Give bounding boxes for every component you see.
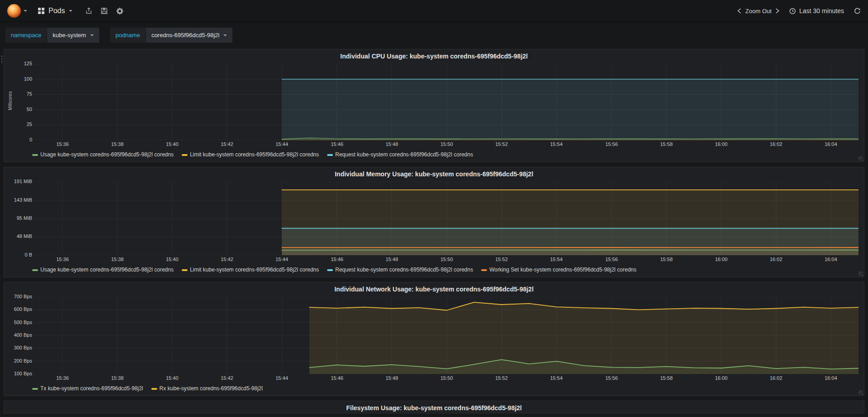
x-tick-label: 15:52 [488,375,515,381]
legend-series-label: Tx kube-system coredns-695f96dcd5-98j2l [40,385,143,392]
caret-down-icon [223,34,227,36]
panel-title[interactable]: Individual Memory Usage: kube-system cor… [4,167,864,179]
x-tick-label: 15:46 [323,141,351,147]
template-variables-row: namespace kube-system podname coredns-69… [0,22,868,47]
x-tick-label: 15:42 [213,257,241,262]
legend-series-swatch [32,154,38,156]
x-tick-label: 16:04 [817,141,844,147]
legend-series-label: Limit kube-system coredns-695f96dcd5-98j… [190,267,319,273]
legend-item[interactable]: Limit kube-system coredns-695f96dcd5-98j… [182,267,319,273]
x-tick-label: 15:36 [49,257,76,262]
x-tick-label: 16:04 [817,375,844,381]
time-shift-forward-icon[interactable] [773,8,782,14]
legend-item[interactable]: Limit kube-system coredns-695f96dcd5-98j… [182,151,319,158]
variable-podname-dropdown[interactable]: coredns-695f96dcd5-98j2l [146,28,232,43]
cpu-chart-legend: Usage kube-system coredns-695f96dcd5-98j… [4,150,864,162]
y-tick-label: 400 Bps [7,332,32,338]
x-tick-label: 15:56 [598,257,625,262]
refresh-icon[interactable] [854,8,861,15]
panel-resize-handle[interactable] [858,156,863,161]
y-tick-label: 700 Bps [7,294,32,299]
legend-series-label: Request kube-system coredns-695f96dcd5-9… [335,151,473,158]
x-tick-label: 15:38 [104,257,131,262]
chart-plot-area[interactable] [35,297,858,374]
grafana-logo-icon [7,4,21,18]
variable-namespace-dropdown[interactable]: kube-system [47,28,99,43]
save-icon[interactable] [101,7,108,15]
x-tick-label: 16:04 [817,257,844,262]
panel-title[interactable]: Filesystem Usage: kube-system coredns-69… [4,401,864,413]
legend-item[interactable]: Working Set kube-system coredns-695f96dc… [481,267,637,273]
share-icon[interactable] [85,7,92,15]
x-tick-label: 15:54 [543,375,570,381]
x-tick-label: 15:36 [49,141,76,147]
cpu-usage-chart: 025507510012515:3615:3815:4015:4215:4415… [7,61,860,150]
legend-item[interactable]: Rx kube-system coredns-695f96dcd5-98j2l [151,385,263,392]
y-tick-label: 95 MiB [7,215,32,221]
legend-item[interactable]: Usage kube-system coredns-695f96dcd5-98j… [32,151,174,158]
zoom-out-button[interactable]: Zoom Out [744,8,773,15]
memory-chart-legend: Usage kube-system coredns-695f96dcd5-98j… [4,265,864,277]
x-tick-label: 15:46 [323,257,351,262]
x-tick-label: 15:38 [104,141,131,147]
variable-podname-value: coredns-695f96dcd5-98j2l [151,32,219,39]
x-tick-label: 15:48 [378,257,405,262]
variable-podname-label: podname [110,28,145,43]
x-tick-label: 15:48 [378,375,405,381]
x-tick-label: 15:50 [433,257,460,262]
x-tick-label: 15:40 [159,141,186,147]
y-tick-label: 48 MiB [7,233,32,239]
y-tick-label: 0 B [7,252,32,257]
x-tick-label: 15:58 [653,375,680,381]
x-tick-label: 15:52 [488,141,515,147]
x-tick-label: 16:02 [762,257,790,262]
dashboard-panels: Individual CPU Usage: kube-system coredn… [0,47,868,413]
grafana-menu-button[interactable] [7,4,27,18]
panel-resize-handle[interactable] [858,272,863,276]
y-tick-label: 191 MiB [7,179,32,184]
settings-gear-icon[interactable] [116,7,124,15]
panel-title[interactable]: Individual CPU Usage: kube-system coredn… [4,49,864,61]
legend-series-swatch [327,269,333,271]
chart-plot-area[interactable] [35,64,858,140]
panel-filesystem-usage: Filesystem Usage: kube-system coredns-69… [4,401,864,413]
x-tick-label: 15:44 [268,257,295,262]
dashboard-picker-button[interactable]: Pods [38,7,72,15]
x-tick-label: 16:02 [762,375,790,381]
legend-series-swatch [32,269,38,271]
x-tick-label: 15:52 [488,257,515,262]
x-tick-label: 15:54 [543,141,570,147]
network-chart-legend: Tx kube-system coredns-695f96dcd5-98j2lR… [4,384,864,396]
x-tick-label: 15:58 [653,141,680,147]
x-tick-label: 15:36 [49,375,76,381]
caret-down-icon [69,10,72,12]
chart-plot-area[interactable] [35,182,858,255]
legend-item[interactable]: Request kube-system coredns-695f96dcd5-9… [327,151,473,158]
time-range-picker[interactable]: Last 30 minutes [789,7,844,15]
legend-series-swatch [327,154,333,156]
x-tick-label: 16:00 [708,141,735,147]
legend-series-label: Usage kube-system coredns-695f96dcd5-98j… [40,267,174,273]
y-tick-label: 300 Bps [7,345,32,350]
x-tick-label: 15:40 [159,375,186,381]
dashboard-grid-icon [38,8,44,14]
panel-title[interactable]: Individual Network Usage: kube-system co… [4,282,864,294]
y-tick-label: 600 Bps [7,306,32,312]
x-tick-label: 15:50 [433,375,460,381]
legend-series-swatch [151,388,157,390]
time-shift-back-icon[interactable] [735,8,744,14]
panel-memory-usage: Individual Memory Usage: kube-system cor… [4,167,864,277]
x-tick-label: 15:40 [159,257,186,262]
panel-resize-handle[interactable] [858,390,863,395]
legend-item[interactable]: Usage kube-system coredns-695f96dcd5-98j… [32,267,174,273]
x-tick-label: 15:48 [378,141,405,147]
variable-namespace-value: kube-system [53,32,86,39]
panel-drag-handle[interactable] [1,55,3,64]
variable-podname: podname coredns-695f96dcd5-98j2l [110,28,233,43]
x-tick-label: 16:00 [708,257,735,262]
y-tick-label: 500 Bps [7,320,32,325]
legend-item[interactable]: Request kube-system coredns-695f96dcd5-9… [327,267,473,273]
legend-item[interactable]: Tx kube-system coredns-695f96dcd5-98j2l [32,385,143,392]
legend-series-label: Rx kube-system coredns-695f96dcd5-98j2l [159,385,263,392]
caret-down-icon [90,34,94,36]
